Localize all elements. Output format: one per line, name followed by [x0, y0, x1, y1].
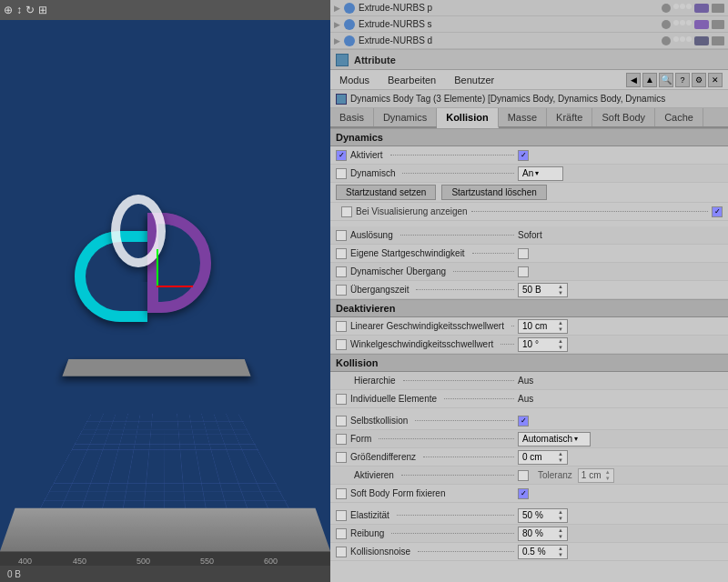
- selbst-checkbox[interactable]: [336, 416, 347, 426]
- attr-icon: [336, 54, 349, 66]
- menu-modus[interactable]: Modus: [336, 73, 373, 87]
- kollisions-noise-spinbox[interactable]: 0.5 % ▲ ▼: [518, 545, 568, 559]
- question-icon[interactable]: ?: [675, 73, 690, 87]
- spin-up-icon[interactable]: ▲: [558, 527, 563, 534]
- kollisions-noise-label: Kollisionsnoise: [336, 547, 518, 557]
- elastizitaet-checkbox[interactable]: [336, 510, 347, 521]
- visibility-dot[interactable]: [662, 36, 671, 45]
- properties-panel: ▶ Extrude-NURBS p ▶ Extrude-NURBS s: [330, 0, 728, 582]
- dot3: [686, 4, 692, 9]
- winkel-checkbox[interactable]: [336, 339, 347, 350]
- softbody-check[interactable]: [518, 488, 529, 499]
- menu-benutzer[interactable]: Benutzer: [450, 73, 498, 87]
- toleranz-spinbox[interactable]: 1 cm ▲ ▼: [578, 468, 614, 483]
- spin-down-icon[interactable]: ▼: [558, 457, 563, 464]
- obj-dots: [673, 36, 692, 45]
- dot1: [673, 20, 679, 25]
- spin-up-icon[interactable]: ▲: [558, 546, 563, 552]
- dyn-uebergang-checkbox[interactable]: [336, 266, 347, 277]
- aktiviert-label: Aktiviert: [336, 150, 518, 161]
- tab-kraefte[interactable]: Kräfte: [547, 108, 592, 126]
- dynamisch-checkbox[interactable]: [336, 168, 347, 179]
- reibung-checkbox[interactable]: [336, 528, 347, 539]
- spin-up-icon[interactable]: ▲: [558, 284, 563, 290]
- spin-arrows: ▲ ▼: [558, 338, 563, 351]
- spin-up-icon[interactable]: ▲: [558, 338, 563, 345]
- uebergangszeit-checkbox[interactable]: [336, 285, 347, 296]
- eigene-check-right[interactable]: [518, 248, 529, 259]
- tab-cache[interactable]: Cache: [655, 108, 703, 126]
- menu-bearbeiten[interactable]: Bearbeiten: [384, 73, 440, 87]
- linearer-checkbox[interactable]: [336, 321, 347, 332]
- search-icon[interactable]: 🔍: [659, 73, 673, 87]
- spin-down-icon[interactable]: ▼: [605, 476, 611, 482]
- visibility-dot[interactable]: [662, 4, 671, 13]
- list-item[interactable]: ▶ Extrude-NURBS s: [330, 16, 728, 33]
- vis-label: Bei Visualisierung anzeigen: [356, 206, 468, 216]
- ausloesung-checkbox[interactable]: [336, 230, 347, 241]
- selbst-check-right[interactable]: [518, 416, 529, 426]
- list-item[interactable]: ▶ Extrude-NURBS p: [330, 0, 728, 16]
- tab-dynamics[interactable]: Dynamics: [374, 108, 437, 126]
- spin-up-icon[interactable]: ▲: [558, 320, 563, 326]
- visibility-dot[interactable]: [662, 20, 671, 29]
- individuelle-checkbox[interactable]: [336, 394, 347, 405]
- start-setzen-button[interactable]: Startzustand setzen: [336, 185, 436, 200]
- ausloesung-label: Auslösung: [336, 230, 518, 241]
- aktiviert-value: [518, 150, 723, 161]
- spin-arrows: ▲ ▼: [558, 451, 563, 464]
- spin-down-icon[interactable]: ▼: [558, 516, 563, 522]
- tab-basis[interactable]: Basis: [330, 108, 374, 126]
- spin-up-icon[interactable]: ▲: [558, 451, 563, 457]
- groesse-checkbox[interactable]: [336, 452, 347, 463]
- dyn-uebergang-check[interactable]: [518, 266, 529, 277]
- reibung-spinbox[interactable]: 80 % ▲ ▼: [518, 527, 568, 541]
- obj-dots: [673, 4, 692, 13]
- eigene-checkbox[interactable]: [336, 248, 347, 259]
- eigene-row: Eigene Startgeschwindigkeit: [330, 245, 728, 263]
- list-item[interactable]: ▶ Extrude-NURBS d: [330, 33, 728, 49]
- aktivieren-check[interactable]: [518, 470, 529, 481]
- eigene-value: [518, 248, 723, 259]
- object-name: Extrude-NURBS d: [359, 35, 432, 45]
- spin-down-icon[interactable]: ▼: [558, 290, 563, 296]
- winkel-spinbox[interactable]: 10 ° ▲ ▼: [518, 337, 568, 352]
- dynamisch-label: Dynamisch: [336, 168, 518, 179]
- nav-arrows: ◀ ▲ 🔍 ? ⚙ ✕: [626, 73, 723, 87]
- aktiviert-check-right[interactable]: [518, 150, 529, 161]
- spin-arrows: ▲ ▼: [605, 469, 611, 482]
- dynamisch-dropdown[interactable]: An ▾: [518, 166, 563, 181]
- softbody-checkbox[interactable]: [336, 488, 347, 499]
- spin-down-icon[interactable]: ▼: [558, 552, 563, 558]
- spin-down-icon[interactable]: ▼: [558, 345, 563, 351]
- settings-icon[interactable]: ⚙: [692, 73, 706, 87]
- tab-softbody[interactable]: Soft Body: [592, 108, 655, 126]
- spin-down-icon[interactable]: ▼: [558, 326, 563, 333]
- groesse-spinbox[interactable]: 0 cm ▲ ▼: [518, 450, 568, 465]
- linearer-spinbox[interactable]: 10 cm ▲ ▼: [518, 319, 568, 334]
- menu-bar: Modus Bearbeiten Benutzer ◀ ▲ 🔍 ? ⚙ ✕: [330, 70, 728, 90]
- start-loeschen-button[interactable]: Startzustand löschen: [441, 185, 546, 200]
- form-dropdown[interactable]: Automatisch ▾: [518, 432, 591, 447]
- spin-down-icon[interactable]: ▼: [558, 534, 563, 540]
- elastizitaet-spinbox[interactable]: 50 % ▲ ▼: [518, 508, 568, 523]
- tab-kollision[interactable]: Kollision: [437, 108, 498, 128]
- elastizitaet-value: 50 % ▲ ▼: [518, 508, 723, 523]
- individuelle-value: Aus: [518, 394, 723, 404]
- object-icon: [344, 19, 355, 30]
- nav-up[interactable]: ▲: [642, 73, 657, 87]
- vis-check-right[interactable]: [712, 206, 723, 217]
- kollisions-noise-checkbox[interactable]: [336, 547, 347, 557]
- spin-up-icon[interactable]: ▲: [558, 509, 563, 516]
- coord-icon: ⊞: [38, 4, 47, 16]
- tab-masse[interactable]: Masse: [499, 108, 547, 126]
- form-checkbox[interactable]: [336, 434, 347, 445]
- close-icon[interactable]: ✕: [708, 73, 723, 87]
- uebergangszeit-spinbox[interactable]: 50 B ▲ ▼: [518, 283, 568, 297]
- spin-up-icon[interactable]: ▲: [605, 469, 611, 476]
- tick-550: 550: [200, 557, 214, 566]
- nav-back[interactable]: ◀: [626, 73, 641, 87]
- aktiviert-checkbox[interactable]: [336, 150, 347, 161]
- vis-checkbox[interactable]: [341, 206, 352, 217]
- object-icon: [344, 3, 355, 14]
